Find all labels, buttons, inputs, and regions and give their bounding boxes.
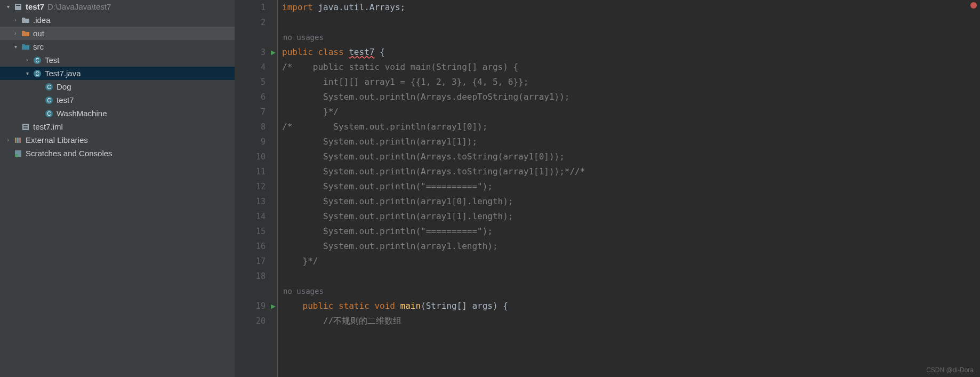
tree-item-out[interactable]: ›out bbox=[0, 27, 235, 40]
class-icon: C bbox=[33, 69, 42, 78]
gutter-line[interactable]: 9 bbox=[235, 134, 277, 149]
gutter-line[interactable]: 17 bbox=[235, 254, 277, 269]
folder-out-icon bbox=[21, 29, 30, 38]
tree-item-test7-java[interactable]: ▾CTest7.java bbox=[0, 67, 235, 80]
chevron-down-icon: ▾ bbox=[4, 4, 12, 10]
code-line[interactable]: System.out.println("=========="); bbox=[282, 224, 980, 239]
scratches-consoles[interactable]: Scratches and Consoles bbox=[0, 147, 235, 160]
code-line[interactable]: int[][] array1 = {{1, 2, 3}, {4, 5, 6}}; bbox=[282, 75, 980, 90]
scratches-icon bbox=[14, 149, 22, 158]
gutter-line[interactable]: 4 bbox=[235, 60, 277, 75]
code-line[interactable]: /* System.out.println(array1[0]); bbox=[282, 119, 980, 134]
external-libraries[interactable]: › External Libraries bbox=[0, 133, 235, 147]
gutter-line[interactable]: 7 bbox=[235, 105, 277, 119]
svg-text:C: C bbox=[35, 58, 39, 63]
iml-icon bbox=[21, 123, 30, 131]
error-indicator-icon[interactable] bbox=[970, 2, 977, 9]
gutter-line[interactable]: 10 bbox=[235, 149, 277, 164]
chevron-right-icon: › bbox=[12, 30, 19, 36]
code-line[interactable]: System.out.println(array1[0].length); bbox=[282, 194, 980, 209]
svg-text:C: C bbox=[35, 71, 39, 77]
class-icon: C bbox=[33, 56, 42, 65]
run-icon[interactable]: ▶ bbox=[271, 47, 276, 57]
gutter-line[interactable] bbox=[235, 30, 277, 45]
svg-text:C: C bbox=[47, 111, 51, 117]
tree-label: Dog bbox=[57, 82, 71, 91]
tree-label: src bbox=[33, 42, 44, 51]
class-icon: C bbox=[45, 83, 53, 91]
code-line[interactable]: public class test7 { bbox=[282, 45, 980, 60]
tree-label: test7 bbox=[57, 95, 74, 105]
code-line[interactable]: public static void main(String[] args) { bbox=[282, 299, 980, 314]
svg-rect-0 bbox=[15, 4, 21, 10]
run-icon[interactable]: ▶ bbox=[271, 301, 276, 311]
chevron-down-icon: ▾ bbox=[12, 44, 19, 50]
chevron-right-icon: › bbox=[4, 137, 12, 143]
tree-item-dog[interactable]: CDog bbox=[0, 80, 235, 93]
folder-icon bbox=[21, 16, 30, 25]
gutter-line[interactable]: 14 bbox=[235, 209, 277, 224]
code-area[interactable]: import java.util.Arrays;no usagespublic … bbox=[277, 0, 980, 377]
code-line[interactable]: }*/ bbox=[282, 254, 980, 269]
gutter-line[interactable]: 1 bbox=[235, 0, 277, 15]
code-line[interactable]: import java.util.Arrays; bbox=[282, 0, 980, 15]
svg-text:C: C bbox=[47, 98, 51, 103]
code-line[interactable]: no usages bbox=[282, 30, 980, 45]
svg-point-19 bbox=[15, 154, 18, 157]
tree-item--idea[interactable]: ›.idea bbox=[0, 13, 235, 27]
code-line[interactable]: }*/ bbox=[282, 105, 980, 119]
gutter-line[interactable]: 18 bbox=[235, 269, 277, 284]
tree-label: test7.iml bbox=[33, 122, 63, 131]
gutter-line[interactable]: 6 bbox=[235, 90, 277, 105]
code-line[interactable]: System.out.println(Arrays.toString(array… bbox=[282, 149, 980, 164]
code-line[interactable]: System.out.println("=========="); bbox=[282, 179, 980, 194]
tree-item-test7-iml[interactable]: test7.iml bbox=[0, 120, 235, 133]
tree-label: WashMachine bbox=[57, 109, 107, 118]
chevron-down-icon: ▾ bbox=[23, 70, 31, 76]
project-root[interactable]: ▾ test7D:\JavaJava\test7 bbox=[0, 0, 235, 13]
code-line[interactable]: System.out.println(Arrays.toString(array… bbox=[282, 164, 980, 179]
project-tree: ▾ test7D:\JavaJava\test7 ›.idea›out▾src›… bbox=[0, 0, 235, 377]
gutter-line[interactable]: 12 bbox=[235, 179, 277, 194]
gutter-line[interactable]: 13 bbox=[235, 194, 277, 209]
code-line[interactable]: //不规则的二维数组 bbox=[282, 314, 980, 328]
svg-rect-1 bbox=[16, 5, 20, 6]
project-path: D:\JavaJava\test7 bbox=[47, 2, 111, 11]
tree-item-test[interactable]: ›CTest bbox=[0, 53, 235, 67]
code-line[interactable] bbox=[282, 15, 980, 30]
gutter-line[interactable]: 20 bbox=[235, 314, 277, 328]
gutter-line[interactable] bbox=[235, 284, 277, 299]
project-icon bbox=[14, 3, 22, 11]
code-line[interactable] bbox=[282, 269, 980, 284]
code-line[interactable]: /* public static void main(String[] args… bbox=[282, 60, 980, 75]
code-line[interactable]: System.out.println(array1[1]); bbox=[282, 134, 980, 149]
tree-item-src[interactable]: ▾src bbox=[0, 40, 235, 53]
svg-text:C: C bbox=[47, 84, 51, 90]
project-name: test7 bbox=[26, 2, 44, 11]
gutter: 123▶45678910111213141516171819▶20 bbox=[235, 0, 277, 377]
code-editor[interactable]: 123▶45678910111213141516171819▶20 import… bbox=[235, 0, 980, 377]
svg-rect-12 bbox=[22, 124, 29, 130]
gutter-line[interactable]: 19▶ bbox=[235, 299, 277, 314]
code-line[interactable]: no usages bbox=[282, 284, 980, 299]
gutter-line[interactable]: 2 bbox=[235, 15, 277, 30]
gutter-line[interactable]: 16 bbox=[235, 239, 277, 254]
svg-rect-14 bbox=[23, 127, 28, 129]
tree-item-washmachine[interactable]: CWashMachine bbox=[0, 107, 235, 120]
tree-label: .idea bbox=[33, 15, 51, 25]
class-icon: C bbox=[45, 96, 53, 105]
gutter-line[interactable]: 3▶ bbox=[235, 45, 277, 60]
gutter-line[interactable]: 5 bbox=[235, 75, 277, 90]
code-line[interactable]: System.out.println(array1[1].length); bbox=[282, 209, 980, 224]
tree-item-test7[interactable]: Ctest7 bbox=[0, 93, 235, 107]
tree-label: out bbox=[33, 29, 44, 38]
code-line[interactable]: System.out.println(Arrays.deepToString(a… bbox=[282, 90, 980, 105]
gutter-line[interactable]: 8 bbox=[235, 119, 277, 134]
code-line[interactable]: System.out.println(array1.length); bbox=[282, 239, 980, 254]
svg-rect-13 bbox=[23, 125, 28, 126]
svg-rect-16 bbox=[17, 138, 19, 143]
gutter-line[interactable]: 11 bbox=[235, 164, 277, 179]
folder-src-icon bbox=[21, 43, 30, 51]
gutter-line[interactable]: 15 bbox=[235, 224, 277, 239]
chevron-right-icon: › bbox=[23, 57, 31, 63]
